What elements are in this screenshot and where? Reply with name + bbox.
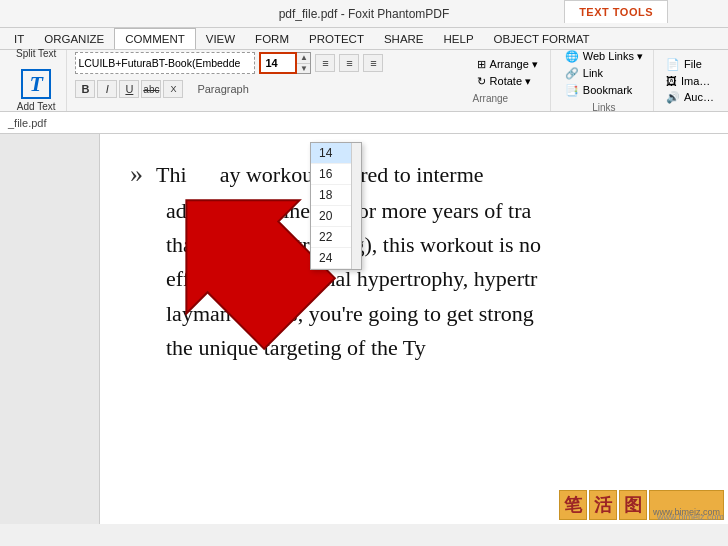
main-content: » Thi ay workout catered to interme adva… <box>100 134 728 524</box>
italic-button[interactable]: I <box>97 80 117 98</box>
menu-share[interactable]: SHARE <box>374 28 434 49</box>
font-size-field[interactable]: 14 <box>259 52 297 74</box>
path-bar: _file.pdf <box>0 112 728 134</box>
watermark-char-3: 图 <box>619 490 647 520</box>
text-tools-tab[interactable]: TEXT TOOLS <box>564 0 668 23</box>
text-cursor <box>210 235 212 257</box>
audio-button[interactable]: 🔊Auc… <box>664 90 716 105</box>
dropdown-scrollbar[interactable] <box>351 143 361 269</box>
content-line-3: than 1 year of training), this workout i… <box>130 228 698 262</box>
text-tools-section: Split Text T Add Text <box>6 50 67 111</box>
font-size-up-arrow[interactable]: ▲ <box>297 53 310 64</box>
bold-button[interactable]: B <box>75 80 95 98</box>
arrange-button[interactable]: ⊞ Arrange ▾ <box>473 57 542 72</box>
content-line-4: effects are functional hypertrophy, hype… <box>130 262 698 296</box>
bullet-mark: » <box>130 159 143 188</box>
file-button[interactable]: 📄File <box>664 57 716 72</box>
menu-bar: IT ORGANIZE COMMENT VIEW FORM PROTECT SH… <box>0 28 728 50</box>
links-section-label: Links <box>563 102 645 113</box>
rotate-button[interactable]: ↻ Rotate ▾ <box>473 74 535 89</box>
title-bar: pdf_file.pdf - Foxit PhantomPDF TEXT TOO… <box>0 0 728 28</box>
align-left-btn[interactable]: ≡ <box>315 54 335 72</box>
website-label: www.bimeiz.com <box>657 512 724 522</box>
file-path: _file.pdf <box>8 117 47 129</box>
font-size-dropdown[interactable]: 14 16 18 20 22 24 <box>310 142 362 270</box>
watermark-char-2: 活 <box>589 490 617 520</box>
content-line-6: the unique targeting of the Ty <box>130 331 698 365</box>
document-content: » Thi ay workout catered to interme adva… <box>130 154 698 365</box>
add-text-icon: T <box>21 69 51 99</box>
add-text-label[interactable]: Add Text <box>17 101 56 112</box>
left-panel <box>0 134 100 524</box>
bookmark-button[interactable]: 📑 Bookmark <box>563 83 645 98</box>
menu-view[interactable]: VIEW <box>196 28 245 49</box>
split-text-label: Split Text <box>16 48 56 59</box>
font-size-down-arrow[interactable]: ▼ <box>297 64 310 74</box>
content-area: » Thi ay workout catered to interme adva… <box>0 134 728 524</box>
menu-protect[interactable]: PROTECT <box>299 28 374 49</box>
content-line-2: advanced trainees (4 or more years of tr… <box>130 194 698 228</box>
split-text-button[interactable]: Split Text <box>10 46 62 61</box>
font-size-arrows[interactable]: ▲ ▼ <box>297 52 311 74</box>
font-controls: LCUILB+FuturaBT-Book(Embedde 14 ▲ ▼ ≡ ≡ … <box>71 50 460 111</box>
window-title: pdf_file.pdf - Foxit PhantomPDF <box>279 7 450 21</box>
content-line-5: layman's terms, you're going to get stro… <box>130 297 698 331</box>
content-line-1: Thi <box>156 162 203 187</box>
arrange-section: ⊞ Arrange ▾ ↻ Rotate ▾ Arrange <box>465 50 551 111</box>
web-links-button[interactable]: 🌐 Web Links ▾ <box>563 49 645 64</box>
extra-btn1[interactable]: X <box>163 80 183 98</box>
watermark-char-1: 笔 <box>559 490 587 520</box>
menu-comment[interactable]: COMMENT <box>114 28 195 49</box>
media-section: 📄File 🖼Ima… 🔊Auc… <box>658 50 722 111</box>
strikethrough-button[interactable]: abc <box>141 80 161 98</box>
paragraph-label: Paragraph <box>197 83 248 95</box>
align-right-btn[interactable]: ≡ <box>363 54 383 72</box>
add-text-area: T Add Text <box>13 65 60 116</box>
menu-help[interactable]: HELP <box>434 28 484 49</box>
menu-form[interactable]: FORM <box>245 28 299 49</box>
image-button[interactable]: 🖼Ima… <box>664 74 716 88</box>
underline-button[interactable]: U <box>119 80 139 98</box>
font-name-field[interactable]: LCUILB+FuturaBT-Book(Embedde <box>75 52 255 74</box>
menu-object-format[interactable]: OBJECT FORMAT <box>484 28 600 49</box>
align-center-btn[interactable]: ≡ <box>339 54 359 72</box>
link-button[interactable]: 🔗 Link <box>563 66 645 81</box>
links-section: 🌐 Web Links ▾ 🔗 Link 📑 Bookmark Links <box>555 50 654 111</box>
main-toolbar: Split Text T Add Text LCUILB+FuturaBT-Bo… <box>0 50 728 112</box>
arrange-section-label: Arrange <box>473 93 509 104</box>
